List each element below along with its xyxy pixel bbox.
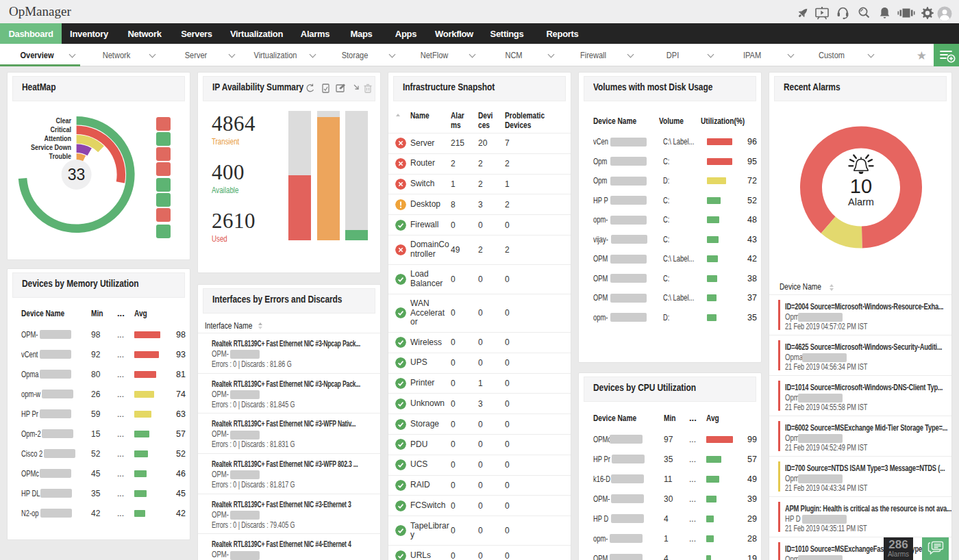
svg-text:33: 33: [68, 166, 86, 183]
svg-text:Service Down: Service Down: [31, 144, 71, 152]
svg-text:Critical: Critical: [50, 126, 71, 134]
svg-text:Clear: Clear: [55, 117, 71, 125]
svg-text:Alarm: Alarm: [848, 196, 874, 207]
svg-text:Attention: Attention: [44, 135, 71, 143]
svg-text:10: 10: [850, 175, 872, 197]
svg-text:Trouble: Trouble: [49, 153, 71, 161]
